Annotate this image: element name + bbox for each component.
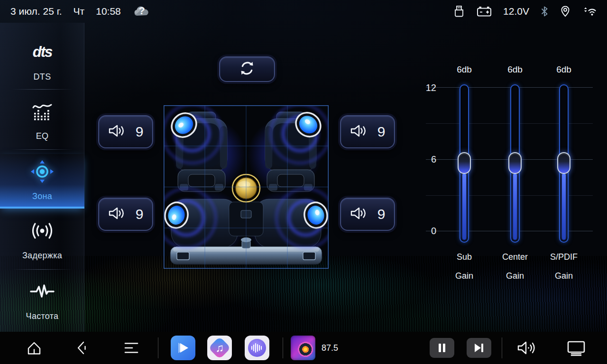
wifi-icon [582, 6, 598, 17]
navbar-divider [158, 337, 158, 358]
navbar-divider [283, 337, 283, 358]
slider-unit: Gain [436, 271, 493, 281]
video-player-app-icon[interactable] [171, 336, 195, 360]
slider-value-label: 6db [436, 64, 493, 75]
sidebar-item-label: Задержка [22, 251, 62, 261]
volume-value: 9 [377, 206, 386, 222]
equalizer-icon [31, 99, 53, 124]
volume-value: 9 [136, 124, 144, 140]
head-unit-screen: 3 июл. 25 г. Чт 10:58 ? [0, 0, 607, 364]
tick-label-12: 12 [407, 82, 436, 93]
bluetooth-icon [541, 6, 548, 17]
music-note-icon: ♫ [207, 336, 232, 360]
svg-text:?: ? [138, 5, 145, 17]
speaker-icon [108, 206, 125, 222]
volume-value: 9 [136, 206, 144, 222]
home-button[interactable] [27, 341, 41, 355]
slider-fill [462, 173, 466, 240]
delay-icon [29, 218, 55, 243]
sidebar-item-label: EQ [36, 131, 49, 141]
volume-control-button[interactable] [517, 340, 536, 355]
radio-frequency: 87.5 [322, 332, 338, 364]
navbar-divider [502, 337, 502, 358]
slider-unit: Gain [487, 271, 543, 281]
sidebar-item-frequency[interactable]: Частота [0, 279, 84, 321]
volume-button-rear-left[interactable]: 9 [98, 198, 153, 231]
car-battery-icon [477, 6, 492, 17]
sidebar-item-zone[interactable]: Зона [0, 159, 84, 201]
reset-balance-button[interactable] [219, 56, 275, 82]
slider-thumb[interactable] [458, 152, 471, 174]
gain-slider-sub: 6db Sub Gain [436, 62, 493, 284]
pause-button[interactable] [430, 338, 454, 358]
slider-fill [562, 173, 566, 240]
volume-button-front-left[interactable]: 9 [98, 115, 153, 148]
sidebar-divider [12, 89, 73, 90]
now-playing-album-art[interactable] [291, 336, 315, 360]
sidebar-item-dts[interactable]: dts DTS [0, 40, 84, 82]
slider-name: S/PDIF [535, 252, 592, 262]
slider-value-label: 6db [487, 64, 543, 75]
screen-off-button[interactable] [567, 341, 585, 356]
sidebar-item-eq[interactable]: EQ [0, 99, 84, 141]
status-time: 10:58 [96, 6, 121, 17]
back-button[interactable] [75, 341, 88, 355]
voice-assistant-app-icon[interactable] [245, 336, 269, 360]
location-icon [560, 5, 571, 18]
slider-name: Center [487, 252, 543, 262]
sidebar-item-label: Зона [32, 191, 52, 201]
refresh-icon [239, 60, 256, 79]
status-weekday: Чт [74, 6, 85, 17]
slider-unit: Gain [535, 271, 592, 281]
slider-value-label: 6db [535, 64, 592, 75]
dts-logo-text: dts [33, 44, 52, 61]
tick-label-6: 6 [407, 154, 436, 165]
music-app-icon[interactable]: ♫ [207, 336, 232, 360]
next-track-button[interactable] [467, 338, 491, 358]
zone-seat-map[interactable] [164, 105, 329, 269]
speaker-icon [350, 206, 367, 222]
slider-thumb[interactable] [557, 152, 570, 174]
sidebar-item-label: DTS [34, 72, 51, 82]
speaker-icon [350, 124, 367, 140]
volume-button-rear-right[interactable]: 9 [340, 198, 395, 231]
volume-button-front-right[interactable]: 9 [340, 115, 395, 148]
sidebar-item-delay[interactable]: Задержка [0, 218, 84, 261]
sidebar-divider [12, 149, 73, 150]
tick-label-0: 0 [407, 226, 436, 237]
weather-unknown-icon: ? [132, 4, 151, 18]
dts-logo-icon: dts [33, 40, 52, 64]
usb-icon [453, 5, 465, 18]
sidebar: dts DTS EQ [0, 23, 84, 332]
sidebar-item-label: Частота [26, 311, 59, 321]
gain-slider-spdif: 6db S/PDIF Gain [535, 62, 592, 284]
slider-name: Sub [436, 252, 493, 262]
speaker-icon [108, 124, 125, 140]
seat-map-graphic [164, 105, 329, 269]
slider-thumb[interactable] [508, 152, 522, 174]
zone-icon [30, 159, 55, 184]
battery-voltage: 12.0V [503, 6, 529, 17]
status-right-group: 12.0V [453, 5, 598, 18]
gain-slider-center: 6db Center Gain [487, 62, 543, 284]
navigation-bar: ♫ 87.5 [0, 332, 607, 364]
slider-fill [513, 173, 517, 240]
status-bar: 3 июл. 25 г. Чт 10:58 ? [0, 0, 607, 23]
status-date: 3 июл. 25 г. [10, 6, 62, 17]
sidebar-divider [12, 269, 73, 270]
volume-value: 9 [377, 124, 386, 140]
recent-apps-button[interactable] [124, 342, 138, 354]
voice-waveform-icon [248, 339, 266, 357]
frequency-icon [29, 279, 55, 304]
status-left-group: 3 июл. 25 г. Чт 10:58 ? [10, 4, 151, 18]
